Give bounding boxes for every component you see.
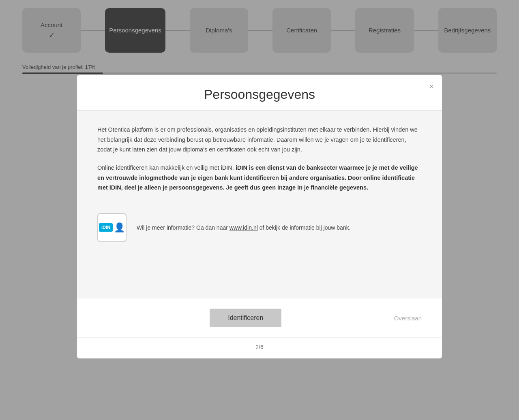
idin-info-after-link: of bekijk de informatie bij jouw bank. — [258, 224, 351, 231]
modal-dialog: Persoonsgegevens × Het Otentica platform… — [77, 75, 442, 358]
idin-logo-inner: iDIN 👤 — [99, 222, 125, 233]
modal-body: Het Otentica platform is er om professio… — [77, 111, 442, 298]
modal-footer-left: Identificeren — [97, 309, 394, 327]
modal-header: Persoonsgegevens × — [77, 75, 442, 111]
modal-paragraph-2: Online identificeren kan makkelijk en ve… — [97, 163, 422, 193]
identificeren-button[interactable]: Identificeren — [210, 309, 281, 327]
idin-info-row: iDIN 👤 Wil je meer informatie? Ga dan na… — [97, 213, 422, 242]
idin-blue-text: iDIN — [99, 223, 113, 232]
overslaan-button[interactable]: Overslaan — [394, 315, 422, 322]
page-indicator: 2/6 — [77, 337, 442, 358]
idin-info-text: Wil je meer informatie? Ga dan naar www.… — [137, 223, 351, 232]
idin-info-before-link: Wil je meer informatie? Ga dan naar — [137, 224, 229, 231]
modal-close-button[interactable]: × — [429, 82, 434, 90]
idin-logo: iDIN 👤 — [97, 213, 127, 242]
modal-title: Persoonsgegevens — [93, 87, 426, 102]
idin-person-icon: 👤 — [114, 222, 125, 233]
modal-text-section: Het Otentica platform is er om professio… — [97, 125, 422, 201]
paragraph2-normal: Online identificeren kan makkelijk en ve… — [97, 164, 236, 171]
modal-backdrop: Persoonsgegevens × Het Otentica platform… — [0, 0, 519, 420]
modal-paragraph-1: Het Otentica platform is er om professio… — [97, 125, 422, 155]
idin-link[interactable]: www.idin.nl — [229, 224, 258, 231]
modal-footer: Identificeren Overslaan — [77, 298, 442, 337]
